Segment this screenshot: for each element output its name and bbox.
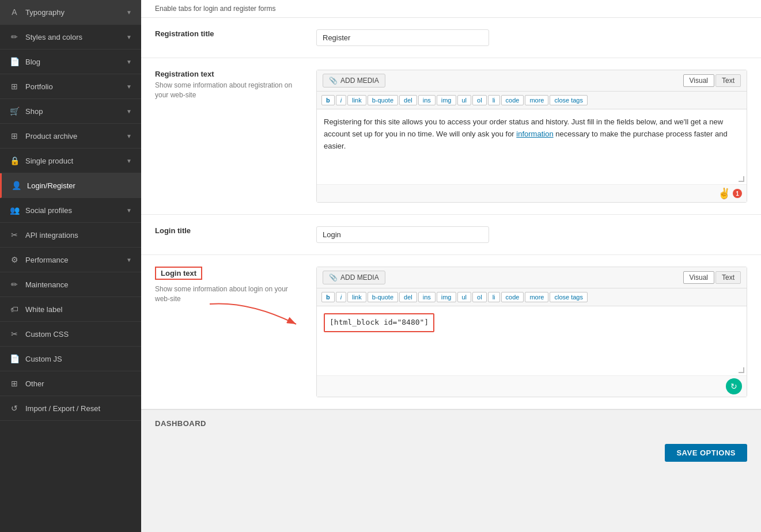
typography-icon: A [9,7,20,17]
registration-title-control [316,29,747,46]
sidebar-item-social-profiles[interactable]: 👥 Social profiles ▼ [0,198,141,223]
product-archive-icon: ⊞ [9,131,20,140]
portfolio-icon: ⊞ [9,82,20,91]
login-toolbar-ins[interactable]: ins [418,292,436,302]
sidebar-item-portfolio[interactable]: ⊞ Portfolio ▼ [0,74,141,99]
login-title-input[interactable] [316,226,489,243]
login-text-tab[interactable]: Text [715,271,741,284]
sidebar-item-styles-and-colors[interactable]: ✏ Styles and colors ▼ [0,25,141,50]
chevron-down-icon: ▼ [126,59,132,65]
visual-tab[interactable]: Visual [683,74,714,87]
login-text-body[interactable]: [html_block id="8480"] [317,306,747,375]
login-toolbar-italic[interactable]: i [336,292,346,302]
sidebar-item-white-label[interactable]: 🏷 White label [0,297,141,322]
toolbar-ol[interactable]: ol [472,95,487,105]
toolbar-code[interactable]: code [501,95,524,105]
custom-css-icon: ✂ [9,329,20,339]
notice-text: Enable tabs for login and register forms [155,5,275,13]
registration-text-body[interactable]: Registering for this site allows you to … [317,109,747,184]
html-block-shortcode: [html_block id="8480"] [324,313,434,332]
add-media-label2: ADD MEDIA [340,273,379,282]
login-toolbar-ol[interactable]: ol [472,292,487,302]
login-text-control: 📎 ADD MEDIA Visual Text b i link b-quote… [316,267,747,397]
view-tabs: Visual Text [683,74,741,87]
white-label-icon: 🏷 [9,305,20,314]
peace-emoji: ✌️ [718,187,730,200]
sidebar-item-shop[interactable]: 🛒 Shop ▼ [0,99,141,124]
toolbar-ul[interactable]: ul [457,95,472,105]
resize-handle[interactable] [739,176,744,182]
login-toolbar-code[interactable]: code [501,292,524,302]
dashboard-footer: DASHBOARD [141,409,761,437]
notification-badge: 1 [733,189,742,198]
save-options-button[interactable]: SAVE OPTIONS [665,444,747,462]
single-product-icon: 🔒 [9,156,20,165]
add-media-icon: 📎 [329,77,338,85]
login-toolbar-bold[interactable]: b [321,292,335,302]
login-text-editor: 📎 ADD MEDIA Visual Text b i link b-quote… [316,267,747,397]
sidebar-item-login-register[interactable]: 👤 Login/Register [0,173,141,198]
sidebar-item-single-product[interactable]: 🔒 Single product ▼ [0,149,141,173]
sidebar-item-label: Login/Register [27,181,75,190]
login-toolbar-del[interactable]: del [399,292,417,302]
login-toolbar-close-tags[interactable]: close tags [550,292,588,302]
information-link[interactable]: information [516,130,553,138]
main-content: Enable tabs for login and register forms… [141,0,761,532]
login-toolbar-link[interactable]: link [347,292,366,302]
registration-title-row: Registration title [141,18,761,58]
text-tab[interactable]: Text [715,74,741,87]
sidebar-item-label: Import / Export / Reset [25,404,100,413]
sidebar-item-api-integrations[interactable]: ✂ API integrations [0,223,141,248]
toolbar-li[interactable]: li [488,95,500,105]
toolbar-close-tags[interactable]: close tags [550,95,588,105]
sidebar-item-label: Product archive [25,132,77,140]
blog-icon: 📄 [9,57,20,66]
sidebar-item-custom-css[interactable]: ✂ Custom CSS [0,322,141,347]
toolbar-img[interactable]: img [437,95,456,105]
login-add-media-button[interactable]: 📎 ADD MEDIA [323,271,385,284]
registration-text-row: Registration text Show some information … [141,58,761,215]
registration-title-input[interactable] [316,29,489,46]
login-toolbar-more[interactable]: more [525,292,548,302]
registration-text-desc: Show some information about registration… [155,81,305,100]
chevron-down-icon: ▼ [126,133,132,139]
sidebar-item-other[interactable]: ⊞ Other [0,371,141,396]
login-toolbar-li[interactable]: li [488,292,500,302]
editor-footer: ✌️ 1 [317,184,747,202]
save-bar: SAVE OPTIONS [141,437,761,469]
add-media-button[interactable]: 📎 ADD MEDIA [323,74,385,88]
chevron-down-icon: ▼ [126,34,132,40]
refresh-icon[interactable]: ↻ [726,378,742,394]
login-toolbar-bquote[interactable]: b-quote [368,292,398,302]
login-visual-tab[interactable]: Visual [683,271,714,284]
login-toolbar-ul[interactable]: ul [457,292,472,302]
toolbar-italic[interactable]: i [336,95,346,105]
login-toolbar-img[interactable]: img [437,292,456,302]
editor-top-bar: 📎 ADD MEDIA Visual Text [317,70,747,92]
sidebar-item-maintenance[interactable]: ✏ Maintenance [0,272,141,297]
login-text-row: Login text Show some information about l… [141,255,761,409]
toolbar-bquote[interactable]: b-quote [368,95,398,105]
import-export-icon: ↺ [9,404,20,413]
sidebar-item-import-export-reset[interactable]: ↺ Import / Export / Reset [0,396,141,421]
sidebar-item-typography[interactable]: A Typography ▼ [0,0,141,25]
sidebar-item-label: Portfolio [25,82,53,91]
chevron-down-icon: ▼ [126,83,132,90]
sidebar-item-label: Custom CSS [25,330,69,339]
sidebar-item-product-archive[interactable]: ⊞ Product archive ▼ [0,124,141,149]
api-icon: ✂ [9,230,20,240]
toolbar-ins[interactable]: ins [418,95,436,105]
sidebar-item-custom-js[interactable]: 📄 Custom JS [0,347,141,371]
chevron-down-icon: ▼ [126,158,132,164]
login-view-tabs: Visual Text [683,271,741,284]
toolbar-link[interactable]: link [347,95,366,105]
sidebar-item-performance[interactable]: ⚙ Performance ▼ [0,248,141,272]
sidebar-item-blog[interactable]: 📄 Blog ▼ [0,50,141,74]
toolbar-bold[interactable]: b [321,95,335,105]
toolbar-more[interactable]: more [525,95,548,105]
sidebar-item-label: Blog [25,58,40,66]
sidebar-item-label: White label [25,305,62,314]
toolbar-del[interactable]: del [399,95,417,105]
registration-text-editor: 📎 ADD MEDIA Visual Text b i link b-quote… [316,70,747,203]
login-resize-handle[interactable] [739,367,744,373]
